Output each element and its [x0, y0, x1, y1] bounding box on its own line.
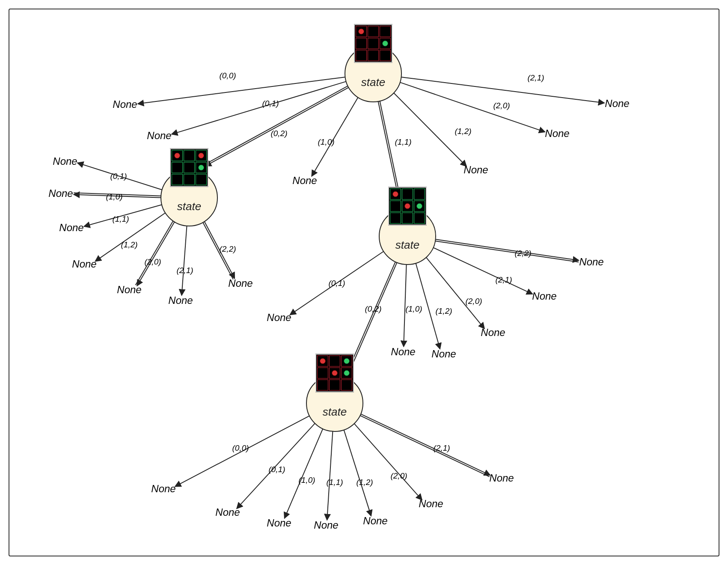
state-grid	[354, 24, 392, 63]
edge-label: (0,1)	[262, 99, 279, 108]
svg-line-14	[95, 213, 166, 262]
leaf-text: None	[267, 517, 291, 529]
svg-line-16	[137, 221, 175, 285]
marker-dot	[198, 153, 204, 159]
svg-line-35	[360, 415, 489, 476]
edge-label: (1,1)	[326, 478, 343, 487]
svg-line-2	[205, 86, 348, 164]
edge-label: (2,1)	[176, 266, 193, 275]
svg-line-15	[136, 220, 173, 285]
leaf-text: None	[532, 290, 556, 302]
edge-label: (1,1)	[112, 214, 129, 224]
leaf-text: None	[363, 515, 387, 527]
leaf-text: None	[489, 472, 514, 484]
svg-line-32	[327, 431, 333, 520]
marker-dot	[320, 358, 326, 364]
leaf-text: None	[168, 294, 193, 306]
edge-label: (1,0)	[318, 137, 334, 147]
svg-line-0	[138, 77, 346, 104]
leaf-text: None	[48, 187, 73, 199]
svg-line-28	[435, 239, 579, 260]
node-label: state	[177, 200, 201, 213]
leaf-text: None	[151, 483, 175, 495]
edge-label: (0,0)	[232, 443, 249, 453]
svg-line-34	[354, 423, 422, 500]
edge-label: (0,1)	[110, 172, 127, 181]
marker-dot	[344, 370, 350, 376]
node-label: state	[395, 238, 419, 252]
svg-line-9	[401, 77, 605, 103]
edge-label: (0,1)	[328, 279, 345, 288]
edge-label: (1,2)	[435, 306, 452, 316]
state-grid	[315, 354, 354, 393]
svg-line-31	[285, 428, 323, 518]
marker-dot	[404, 203, 410, 209]
marker-dot	[174, 153, 180, 159]
svg-line-36	[360, 414, 490, 475]
state-grid	[388, 187, 427, 226]
node-label: state	[323, 405, 347, 419]
edge-label: (2,2)	[219, 244, 236, 254]
marker-dot	[332, 370, 338, 376]
leaf-text: None	[113, 98, 137, 110]
leaf-text: None	[391, 346, 415, 358]
edge-label: (1,2)	[121, 240, 137, 250]
marker-dot	[392, 191, 398, 197]
leaf-text: None	[267, 312, 291, 324]
edge-label: (2,1)	[495, 275, 512, 285]
leaf-text: None	[53, 155, 77, 167]
edge-label: (2,0)	[465, 297, 482, 306]
edge-label: (0,0)	[219, 71, 236, 80]
leaf-text: None	[431, 348, 456, 360]
leaf-text: None	[605, 98, 629, 110]
leaf-text: None	[314, 519, 338, 531]
state-grid	[170, 149, 208, 187]
edge-label: (1,2)	[455, 127, 471, 136]
leaf-text: None	[147, 130, 171, 142]
marker-dot	[344, 358, 350, 364]
leaf-text: None	[545, 128, 569, 140]
marker-dot	[198, 165, 204, 171]
leaf-text: None	[228, 277, 253, 289]
edge-label: (2,1)	[527, 73, 544, 83]
leaf-text: None	[419, 498, 443, 510]
edge-label: (0,2)	[270, 129, 287, 138]
marker-dot	[358, 29, 364, 35]
edge-label: (2,0)	[144, 257, 161, 267]
leaf-text: None	[481, 327, 505, 339]
diagram-canvas: statestatestatestate(0,0)None(0,1)None(0…	[9, 9, 719, 556]
leaf-text: None	[72, 258, 96, 270]
edge-label: (2,2)	[514, 249, 531, 258]
leaf-text: None	[464, 164, 488, 176]
node-label: state	[361, 76, 385, 89]
edge-label: (0,2)	[365, 304, 381, 314]
leaf-text: None	[117, 284, 141, 296]
edge-label: (1,0)	[106, 192, 122, 202]
edge-label: (0,1)	[268, 465, 285, 474]
leaf-text: None	[59, 222, 83, 234]
edge-label: (1,1)	[395, 137, 411, 147]
leaf-text: None	[215, 506, 240, 518]
edge-label: (2,1)	[433, 443, 450, 453]
leaf-text: None	[579, 256, 603, 268]
svg-line-22	[347, 262, 397, 378]
svg-line-33	[344, 429, 371, 516]
svg-line-25	[426, 257, 484, 329]
svg-line-27	[435, 241, 579, 262]
edge-label: (1,0)	[298, 476, 315, 485]
edge-label: (1,0)	[405, 304, 422, 314]
marker-dot	[382, 41, 388, 47]
edge-label: (2,0)	[493, 101, 510, 110]
svg-line-17	[181, 226, 187, 295]
edge-label: (2,0)	[390, 471, 407, 481]
marker-dot	[416, 203, 422, 209]
edge-label: (1,2)	[356, 478, 373, 487]
svg-line-4	[312, 97, 358, 176]
svg-line-1	[172, 81, 347, 134]
leaf-text: None	[292, 175, 317, 187]
svg-line-8	[400, 82, 545, 132]
